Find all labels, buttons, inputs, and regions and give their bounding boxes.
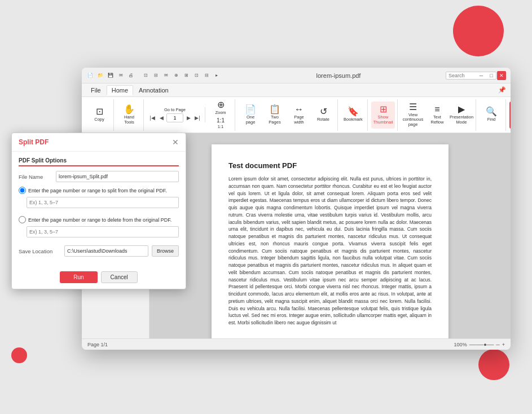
page-width-icon: ↔ [294, 105, 304, 114]
rotate-label: Rotate [317, 117, 329, 122]
title-bar: 📄 📁 💾 ✉ 🖨 ⊡ ⊟ ✉ ⊕ ⊞ ⊡ ⊟ ▸ lorem-ipsum.pd… [82, 68, 511, 83]
save-location-row: Save Location Browse [19, 245, 179, 257]
filename-label: File Name [19, 174, 52, 180]
nav-last[interactable]: ▶| [194, 114, 201, 122]
nav-next[interactable]: ▶ [184, 114, 192, 122]
filename-field: File Name [19, 171, 179, 182]
menu-home[interactable]: Home [107, 85, 133, 95]
save-location-input[interactable] [64, 245, 148, 257]
zoom-out-icon[interactable]: ─ [496, 342, 499, 347]
copy-label: Copy [94, 117, 104, 122]
show-thumbnail-button[interactable]: ⊞ ShowThumbnail [371, 102, 395, 129]
decorative-circle-top [453, 6, 504, 56]
presentation-button[interactable]: ▶ PresentationMode [450, 102, 473, 129]
minimize-button[interactable]: ─ [477, 71, 486, 80]
search-toolbar[interactable] [467, 71, 476, 80]
find-button[interactable]: 🔍 Find [480, 102, 503, 129]
zoom-icon: ⊕ [217, 100, 225, 109]
radio2-range-input[interactable] [27, 226, 179, 237]
title-bar-icons: 📄 📁 💾 ✉ 🖨 ⊡ ⊟ ✉ ⊕ ⊞ ⊡ ⊟ ▸ [86, 72, 221, 80]
toolbar-print[interactable]: 🖨 [127, 72, 135, 80]
document-body: Lorem ipsum dolor sit amet, consectetur … [228, 175, 432, 327]
save-location-label: Save Location [19, 248, 61, 254]
decorative-circle-bottom-left [11, 347, 27, 363]
hand-icon: ✋ [124, 105, 135, 114]
ribbon-bookmark-group: 🔖 Bookmark [339, 99, 368, 131]
page-width-button[interactable]: ↔ Pagewidth [287, 102, 311, 129]
copy-icon: ⊡ [96, 107, 103, 116]
dialog-close-button[interactable]: ✕ [172, 138, 179, 147]
filename-input[interactable] [56, 171, 179, 182]
two-pages-button[interactable]: 📋 TwoPages [263, 102, 287, 129]
status-bar: Page 1/1 100% ────●── ─ + [82, 338, 511, 350]
bookmark-label: Bookmark [344, 117, 363, 122]
document-view: Test document PDF Lorem ipsum dolor sit … [150, 133, 511, 338]
rotate-button[interactable]: ↺ Rotate [311, 102, 335, 129]
1to1-icon: 1:1 [217, 118, 225, 124]
radio1-label: Enter the page number or range to split … [19, 187, 179, 194]
zoom-slider[interactable]: ────●── [469, 342, 494, 347]
radio1-input[interactable] [19, 187, 26, 194]
goto-input-row: |◀ ◀ ▶ ▶| [148, 113, 201, 122]
copy-button[interactable]: ⊡ Copy [87, 102, 111, 129]
zoom-in-icon[interactable]: + [502, 342, 505, 347]
view-continuous-button[interactable]: ☰ View continuouspage [401, 102, 425, 129]
text-reflow-label: TextReflow [431, 115, 444, 125]
toolbar-icon8[interactable]: ▸ [213, 72, 221, 80]
find-label: Find [487, 117, 496, 122]
toolbar-icon2[interactable]: ⊟ [152, 72, 160, 80]
two-pages-label: TwoPages [269, 115, 280, 125]
rotate-icon: ↺ [320, 107, 327, 116]
page-info: Page 1/1 [87, 342, 108, 347]
nav-prev[interactable]: ◀ [157, 114, 165, 122]
ribbon-pages-group: 📄 Onepage 📋 TwoPages ↔ Pagewidth ↺ Rotat… [236, 99, 338, 131]
toolbar-icon6[interactable]: ⊡ [192, 72, 200, 80]
close-button[interactable]: ✕ [497, 71, 506, 80]
zoom-label: Zoom [215, 111, 226, 115]
ribbon-find-group: 🔍 Find [477, 99, 506, 131]
nav-first[interactable]: |◀ [148, 114, 156, 122]
toolbar-icon5[interactable]: ⊞ [182, 72, 190, 80]
ribbon: ⊡ Copy ✋ HandTools Go to Page |◀ ◀ ▶ ▶| [82, 97, 511, 133]
ribbon-view-group: ☰ View continuouspage ≡ TextReflow ▶ Pre… [399, 99, 476, 131]
maximize-button[interactable]: □ [487, 71, 496, 80]
menu-bar: File Home Annotation 📌 [82, 83, 511, 97]
bookmark-button[interactable]: 🔖 Bookmark [341, 102, 365, 129]
toolbar-icon7[interactable]: ⊟ [203, 72, 210, 80]
cancel-button[interactable]: Cancel [101, 271, 138, 283]
radio1-range-input[interactable] [27, 197, 179, 208]
one-page-button[interactable]: 📄 Onepage [239, 102, 262, 129]
radio-group-1: Enter the page number or range to split … [19, 187, 179, 212]
toolbar-folder[interactable]: 📁 [96, 72, 104, 80]
radio2-text: Enter the page number or range to delete… [28, 217, 172, 223]
zoom-button[interactable]: ⊕ Zoom [209, 99, 232, 116]
bookmark-icon: 🔖 [348, 107, 359, 116]
window-title: lorem-ipsum.pdf [221, 72, 456, 79]
toolbar-icon4[interactable]: ⊕ [172, 72, 180, 80]
split-pdf-button[interactable]: ✂ SplitPDF [509, 102, 511, 129]
dialog-footer: Run Cancel [12, 268, 186, 289]
toolbar-icon1[interactable]: ⊡ [142, 72, 150, 80]
view-continuous-icon: ☰ [409, 103, 417, 112]
radio1-text: Enter the page number or range to split … [28, 188, 167, 193]
browse-button[interactable]: Browse [152, 245, 179, 257]
goto-page-input[interactable] [166, 113, 183, 122]
radio2-input[interactable] [19, 216, 26, 223]
hand-tools-button[interactable]: ✋ HandTools [117, 102, 141, 129]
one-to-one-button[interactable]: 1:1 1:1 [209, 116, 232, 131]
document-page: Test document PDF Lorem ipsum dolor sit … [212, 144, 449, 338]
presentation-icon: ▶ [458, 105, 465, 114]
dialog-section-title: PDF Split Options [19, 157, 179, 166]
run-button[interactable]: Run [60, 271, 97, 283]
goto-page-group: Go to Page |◀ ◀ ▶ ▶| [145, 107, 205, 122]
ribbon-hand-group: ✋ HandTools [115, 99, 144, 131]
toolbar-icon3[interactable]: ✉ [162, 72, 170, 80]
menu-file[interactable]: File [86, 86, 105, 95]
toolbar-email[interactable]: ✉ [117, 72, 125, 80]
menu-annotation[interactable]: Annotation [134, 86, 173, 95]
dialog-title: Split PDF [19, 138, 49, 146]
toolbar-save[interactable]: 💾 [107, 72, 115, 80]
text-reflow-button[interactable]: ≡ TextReflow [425, 102, 449, 129]
thumbnail-label: ShowThumbnail [373, 115, 393, 125]
goto-label: Go to Page [164, 107, 186, 112]
